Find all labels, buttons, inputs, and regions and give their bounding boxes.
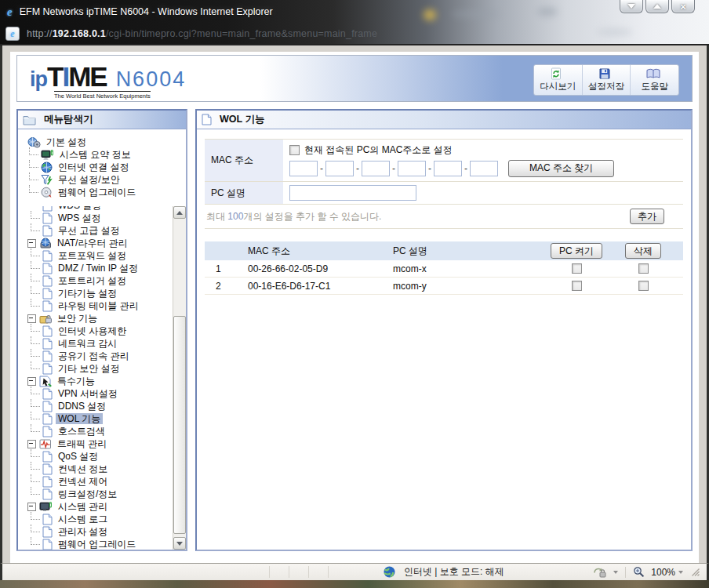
help-icon [646, 68, 660, 80]
magnifier-icon[interactable] [633, 566, 645, 578]
find-mac-button[interactable]: MAC 주소 찾기 [508, 160, 614, 177]
tree-item-label: WDS 설정 [56, 206, 104, 211]
collapse-toggle-icon[interactable] [27, 377, 36, 386]
mac-octet-input-5[interactable] [434, 161, 462, 176]
url-text[interactable]: http://192.168.0.1/cgi-bin/timepro.cgi?m… [27, 28, 377, 39]
wireless-security-icon [41, 174, 53, 186]
menu-tree-item-23[interactable]: 링크설정/정보 [18, 488, 173, 500]
menu-tree-item-27[interactable]: 펌웨어 업그레이드 [18, 538, 173, 550]
pc-name-input[interactable] [289, 185, 416, 201]
zoom-level[interactable]: 100% [651, 567, 675, 578]
page-title-label: WOL 기능 [220, 113, 264, 126]
scroll-up-button[interactable] [173, 206, 186, 219]
tree-item-label: 펌웨어 업그레이드 [56, 187, 138, 198]
minimize-button[interactable] [620, 0, 643, 13]
top-tree-item-1[interactable]: 시스템 요약 정보 [18, 148, 186, 161]
row-pc-name: mcom-y [393, 281, 540, 292]
menu-tree-item-8[interactable]: 라우팅 테이블 관리 [18, 299, 173, 312]
menu-tree-item-3[interactable]: NAT/라우터 관리 [18, 237, 173, 249]
menu-tree-item-26[interactable]: 관리자 설정 [18, 525, 173, 538]
help-button[interactable]: 도움말 [630, 65, 678, 95]
menu-tree-item-1[interactable]: WPS 설정 [18, 212, 173, 224]
help-button-label: 도움말 [641, 81, 668, 93]
save-settings-button[interactable]: 설정저장 [582, 65, 631, 95]
mac-octet-input-2[interactable] [325, 161, 354, 176]
system-summary-icon [41, 149, 54, 161]
page-icon [42, 288, 53, 299]
wol-panel: WOL 기능 MAC 주소 현재 접속된 PC의 MAC주소로 설정 - [195, 109, 693, 551]
tree-item-label: 무선 설정/보안 [56, 174, 122, 185]
page-icon [42, 275, 53, 287]
protected-mode-icon[interactable] [593, 567, 607, 578]
page-icon [42, 300, 53, 312]
menu-tree-item-4[interactable]: 포트포워드 설정 [18, 249, 173, 262]
sidebar-scrollbar[interactable] [173, 206, 186, 550]
top-tree-item-2[interactable]: 인터넷 연결 설정 [18, 161, 186, 173]
protected-mode-dropdown-icon[interactable] [613, 571, 618, 574]
collapse-toggle-icon[interactable] [27, 440, 36, 448]
pc-name-row: PC 설명 [205, 182, 683, 204]
wake-pc-button[interactable]: PC 켜기 [551, 243, 602, 259]
menu-tree-item-13[interactable]: 기타 보안 설정 [18, 362, 173, 375]
address-bar[interactable]: e http://192.168.0.1/cgi-bin/timepro.cgi… [0, 24, 709, 44]
menu-tree-item-9[interactable]: 보안 기능 [18, 312, 173, 325]
mac-octet-input-6[interactable] [470, 161, 498, 176]
page-icon [42, 451, 53, 463]
page-icon [42, 350, 53, 362]
menu-tree-item-18[interactable]: 호스트검색 [18, 425, 173, 437]
scroll-down-button[interactable] [173, 537, 186, 550]
menu-tree-item-20[interactable]: QoS 설정 [18, 450, 173, 463]
status-bar-separators [269, 566, 329, 578]
tree-item-label: WPS 설정 [56, 212, 104, 223]
delete-button[interactable]: 삭제 [625, 243, 661, 259]
refresh-button[interactable]: 다시보기 [534, 65, 582, 95]
scrollbar-thumb[interactable] [173, 316, 186, 534]
wake-checkbox[interactable] [572, 281, 582, 291]
tree-item-label: 인터넷 연결 설정 [56, 162, 132, 172]
tree-item-label: 보안 기능 [55, 313, 100, 324]
menu-tree-item-11[interactable]: 네트워크 감시 [18, 337, 173, 350]
zoom-dropdown-icon[interactable] [678, 571, 683, 574]
menu-tree-item-16[interactable]: DDNS 설정 [18, 400, 173, 412]
top-tree-item-4[interactable]: 펌웨어 업그레이드 [18, 186, 186, 198]
menu-tree-item-7[interactable]: 기타기능 설정 [18, 287, 173, 299]
menu-tree-item-14[interactable]: 특수기능 [18, 375, 173, 387]
menu-tree-item-12[interactable]: 공유기 접속 관리 [18, 350, 173, 362]
collapse-toggle-icon[interactable] [27, 503, 36, 511]
tree-item-label: 컨넥션 제어 [56, 476, 110, 487]
top-tree-item-3[interactable]: 무선 설정/보안 [18, 173, 186, 186]
menu-tree-item-24[interactable]: 시스템 관리 [18, 500, 173, 513]
mac-octet-input-3[interactable] [362, 161, 390, 176]
menu-tree-item-21[interactable]: 컨넥션 정보 [18, 463, 173, 475]
delete-checkbox[interactable] [638, 281, 649, 291]
menu-tree-item-17[interactable]: WOL 기능 [18, 412, 173, 425]
menu-tree-item-22[interactable]: 컨넥션 제어 [18, 475, 173, 488]
top-tree-item-0[interactable]: 기본 설정 [18, 136, 186, 148]
close-icon: × [680, 2, 686, 12]
refresh-button-label: 다시보기 [540, 81, 576, 93]
tree-connector [31, 274, 40, 281]
menu-tree-item-19[interactable]: 트래픽 관리 [18, 437, 173, 450]
close-button[interactable]: × [671, 0, 695, 13]
menu-tree-item-2[interactable]: 무선 고급 설정 [18, 224, 173, 237]
menu-tree-item-5[interactable]: DMZ / Twin IP 설정 [18, 262, 173, 274]
maximize-button[interactable] [645, 0, 669, 13]
menu-tree-item-0[interactable]: WDS 설정 [18, 206, 173, 212]
wake-checkbox[interactable] [572, 263, 582, 274]
tree-connector [29, 160, 38, 168]
delete-checkbox[interactable] [638, 263, 649, 274]
mac-octet-input-1[interactable] [289, 161, 318, 176]
tree-item-label: DMZ / Twin IP 설정 [56, 263, 140, 274]
use-current-pc-checkbox[interactable] [289, 145, 300, 155]
scroll-up-icon [176, 211, 183, 215]
add-button[interactable]: 추가 [630, 209, 664, 224]
menu-tree-item-10[interactable]: 인터넷 사용제한 [18, 325, 173, 337]
collapse-toggle-icon[interactable] [27, 239, 36, 248]
menu-tree-item-25[interactable]: 시스템 로그 [18, 513, 173, 525]
status-bar: 인터넷 | 보호 모드: 해제 100% [0, 563, 709, 580]
menu-tree-item-15[interactable]: VPN 서버설정 [18, 387, 173, 400]
mac-octet-input-4[interactable] [398, 161, 426, 176]
collapse-toggle-icon[interactable] [27, 314, 36, 323]
resize-grip-icon[interactable] [691, 568, 700, 577]
menu-tree-item-6[interactable]: 포트트리거 설정 [18, 274, 173, 287]
